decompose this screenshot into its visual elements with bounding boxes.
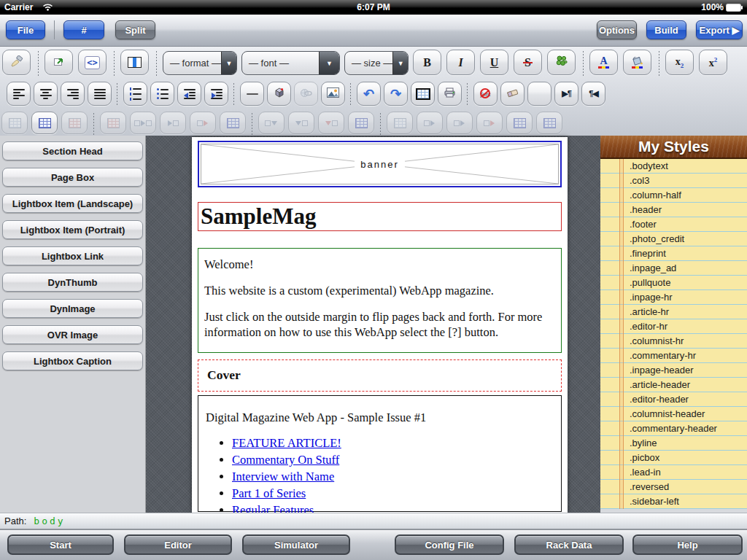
cell-delete-button xyxy=(190,112,216,134)
table-select-button[interactable] xyxy=(31,112,58,134)
config-file-button[interactable]: Config File xyxy=(395,534,504,555)
clean-brush-button[interactable] xyxy=(2,50,31,75)
print-button[interactable] xyxy=(438,82,462,106)
table-select-icon xyxy=(39,118,51,128)
toolbar-separator xyxy=(467,83,468,106)
commentary-link[interactable]: Commentary On Stuff xyxy=(232,453,339,467)
editor-button[interactable]: Editor xyxy=(124,534,232,555)
column-insert-left-button xyxy=(417,112,443,134)
status-bar: Carrier 6:07 PM 100% xyxy=(0,0,747,15)
my-styles-header: My Styles xyxy=(600,136,747,159)
welcome-paragraph: Just click on the outside margin to flip… xyxy=(204,309,555,340)
link-globe-icon xyxy=(300,88,312,101)
sidebar-item-lightbox-caption[interactable]: Lightbox Caption xyxy=(2,351,143,370)
align-left-button[interactable] xyxy=(7,82,31,106)
sidebar-item-lightbox-landscape[interactable]: Lightbox Item (Landscape) xyxy=(2,194,143,213)
path-value[interactable]: body xyxy=(34,516,65,526)
simulator-button[interactable]: Simulator xyxy=(242,534,350,555)
bold-button[interactable]: B xyxy=(413,50,441,75)
eraser-button[interactable] xyxy=(500,82,525,106)
regular-features-link[interactable]: Regular Features xyxy=(232,503,314,513)
align-center-icon xyxy=(40,89,52,99)
document-page[interactable]: banner SampleMag Welcome! This website i… xyxy=(192,137,568,513)
italic-icon: I xyxy=(458,57,462,69)
insert-table-button[interactable] xyxy=(411,82,435,106)
sidebar-item-dynimage[interactable]: DynImage xyxy=(2,299,143,318)
sidebar-item-ovr-image[interactable]: OVR Image xyxy=(2,325,143,344)
welcome-block[interactable]: Welcome! This website is a custom (exper… xyxy=(198,248,562,353)
issue-block[interactable]: Digital Magazine Web App - Sample Issue … xyxy=(198,395,562,512)
series-link[interactable]: Part 1 of Series xyxy=(232,486,306,500)
row-delete-button xyxy=(318,112,344,134)
build-button[interactable]: Build xyxy=(646,20,686,39)
format-dropdown[interactable]: — format — ▼ xyxy=(163,51,237,75)
printer-icon xyxy=(444,88,456,101)
size-dropdown-label: — size — xyxy=(345,52,392,74)
redo-button[interactable]: ↷ xyxy=(384,82,408,106)
justify-icon xyxy=(94,89,106,99)
sidebar-item-page-box[interactable]: Page Box xyxy=(2,168,143,187)
cover-section-block[interactable]: Cover xyxy=(198,359,562,392)
styles-list: .bodytext .col3 .column-half .header .fo… xyxy=(600,159,747,509)
size-dropdown[interactable]: — size — ▼ xyxy=(344,51,409,75)
format-toolbars: <> — format — ▼ — font — ▼ — size — ▼ B … xyxy=(0,47,747,136)
sidebar-item-section-head[interactable]: Section Head xyxy=(2,141,143,160)
source-button[interactable]: <> xyxy=(78,50,107,75)
options-button[interactable]: Options xyxy=(597,20,637,39)
table-properties-icon xyxy=(543,118,556,128)
export-button[interactable]: Export ▶ xyxy=(696,20,743,39)
interview-link[interactable]: Interview with Name xyxy=(232,470,334,483)
unordered-list-button[interactable] xyxy=(150,82,174,106)
chevron-down-icon: ▼ xyxy=(221,52,236,74)
undo-button[interactable]: ↶ xyxy=(357,82,381,106)
insert-right-arrow-icon xyxy=(168,120,172,126)
special-object-button[interactable] xyxy=(267,82,291,106)
sidebar-item-lightbox-link[interactable]: Lightbox Link xyxy=(2,246,143,265)
superscript-button[interactable]: x2 xyxy=(699,50,727,75)
issue-title: Digital Magazine Web App - Sample Issue … xyxy=(206,411,554,425)
text-direction-ltr-button[interactable]: ▶¶ xyxy=(554,82,578,106)
clock-label: 6:07 PM xyxy=(0,2,747,12)
sidebar-item-dynthumb[interactable]: DynThumb xyxy=(2,273,143,292)
help-button[interactable]: Help xyxy=(632,534,743,555)
remove-format-button[interactable]: font xyxy=(473,82,498,106)
underline-button[interactable]: U xyxy=(480,50,508,75)
feature-article-link[interactable]: FEATURE ARTICLE! xyxy=(232,436,341,450)
justify-button[interactable] xyxy=(88,82,112,106)
row-insert-below-button xyxy=(288,112,314,134)
split-button[interactable]: Split xyxy=(115,20,155,39)
snippet-sidebar: Section Head Page Box Lightbox Item (Lan… xyxy=(0,136,146,513)
ordered-list-button[interactable] xyxy=(123,82,147,106)
spellcheck-button[interactable] xyxy=(547,50,576,75)
insert-left-arrow-icon xyxy=(141,120,145,126)
align-center-button[interactable] xyxy=(34,82,58,106)
horizontal-rule-button[interactable] xyxy=(240,82,264,106)
rack-data-button[interactable]: Rack Data xyxy=(514,534,624,555)
notepad-margin-line xyxy=(619,159,624,509)
maximize-button[interactable] xyxy=(120,50,149,75)
hash-button[interactable]: # xyxy=(63,20,104,39)
image-button[interactable] xyxy=(321,82,345,106)
horizontal-rule-icon xyxy=(247,93,258,95)
start-button[interactable]: Start xyxy=(7,534,114,555)
magazine-title-block[interactable]: SampleMag xyxy=(198,202,562,231)
text-color-button[interactable]: A xyxy=(589,50,618,75)
file-button[interactable]: File xyxy=(6,20,45,39)
font-dropdown[interactable]: — font — ▼ xyxy=(241,51,340,75)
indent-button[interactable] xyxy=(204,82,228,106)
subscript-button[interactable]: x2 xyxy=(665,50,694,75)
cube-icon xyxy=(274,87,285,101)
sidebar-item-lightbox-portrait[interactable]: Lightbox Item (Portrait) xyxy=(2,220,143,239)
outdent-button[interactable] xyxy=(177,82,201,106)
strikethrough-button[interactable]: S xyxy=(514,50,542,75)
page-break-button[interactable] xyxy=(527,82,551,106)
preview-button[interactable] xyxy=(44,50,73,75)
text-direction-rtl-button[interactable]: ¶◀ xyxy=(581,82,605,106)
chevron-down-icon: ▼ xyxy=(319,52,339,74)
toolbar-separator xyxy=(350,83,351,106)
align-right-button[interactable] xyxy=(61,82,85,106)
background-color-button[interactable] xyxy=(623,50,651,75)
italic-button[interactable]: I xyxy=(446,50,475,75)
banner-block[interactable]: banner xyxy=(198,141,562,187)
toolbar-separator xyxy=(117,83,117,106)
